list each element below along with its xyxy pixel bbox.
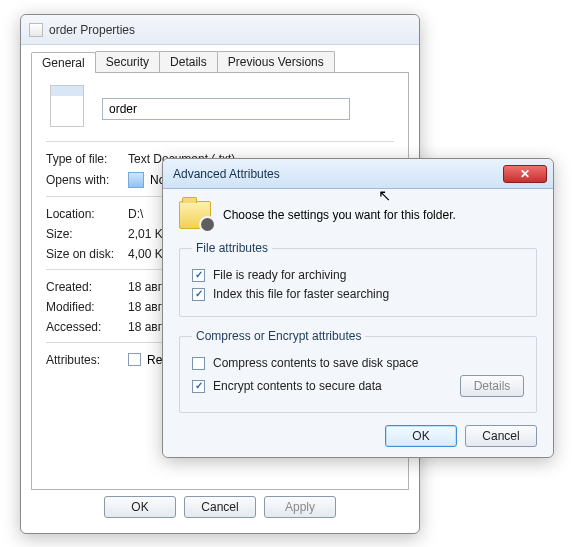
advanced-titlebar[interactable]: Advanced Attributes ✕	[163, 159, 553, 189]
ok-button[interactable]: OK	[104, 496, 176, 518]
value-location: D:\	[128, 207, 143, 221]
apply-button[interactable]: Apply	[264, 496, 336, 518]
tab-security[interactable]: Security	[95, 51, 160, 72]
properties-title: order Properties	[49, 23, 135, 37]
tab-general[interactable]: General	[31, 52, 96, 73]
filename-value: order	[109, 102, 137, 116]
close-button[interactable]: ✕	[503, 165, 547, 183]
index-label: Index this file for faster searching	[213, 287, 389, 301]
label-created: Created:	[46, 280, 128, 294]
compress-checkbox-row[interactable]: Compress contents to save disk space	[192, 356, 524, 370]
properties-button-row: OK Cancel Apply	[31, 496, 409, 518]
properties-titlebar[interactable]: order Properties	[21, 15, 419, 45]
tab-details[interactable]: Details	[159, 51, 218, 72]
readonly-checkbox[interactable]	[128, 353, 141, 366]
label-opens-with: Opens with:	[46, 173, 128, 187]
label-location: Location:	[46, 207, 128, 221]
archive-label: File is ready for archiving	[213, 268, 346, 282]
encrypt-checkbox-row[interactable]: Encrypt contents to secure data Details	[192, 375, 524, 397]
advanced-button-row: OK Cancel	[179, 425, 537, 447]
label-modified: Modified:	[46, 300, 128, 314]
advanced-cancel-button[interactable]: Cancel	[465, 425, 537, 447]
compress-encrypt-group: Compress or Encrypt attributes Compress …	[179, 329, 537, 413]
filename-input[interactable]: order	[102, 98, 350, 120]
encrypt-checkbox[interactable]	[192, 380, 205, 393]
advanced-attributes-dialog: Advanced Attributes ✕ Choose the setting…	[162, 158, 554, 458]
label-size: Size:	[46, 227, 128, 241]
index-checkbox[interactable]	[192, 288, 205, 301]
notepad-icon	[128, 172, 144, 188]
index-checkbox-row[interactable]: Index this file for faster searching	[192, 287, 524, 301]
close-icon: ✕	[520, 167, 530, 181]
file-icon	[29, 23, 43, 37]
cancel-button[interactable]: Cancel	[184, 496, 256, 518]
file-attributes-group: File attributes File is ready for archiv…	[179, 241, 537, 317]
label-attributes: Attributes:	[46, 353, 128, 367]
archive-checkbox[interactable]	[192, 269, 205, 282]
properties-tabs: General Security Details Previous Versio…	[31, 51, 409, 72]
opens-with-value: No	[128, 172, 165, 188]
advanced-ok-button[interactable]: OK	[385, 425, 457, 447]
compress-encrypt-legend: Compress or Encrypt attributes	[192, 329, 365, 343]
folder-settings-icon	[179, 201, 211, 229]
file-attributes-legend: File attributes	[192, 241, 272, 255]
label-size-on-disk: Size on disk:	[46, 247, 128, 261]
document-icon	[50, 85, 84, 127]
advanced-prompt: Choose the settings you want for this fo…	[223, 208, 456, 222]
archive-checkbox-row[interactable]: File is ready for archiving	[192, 268, 524, 282]
advanced-title: Advanced Attributes	[173, 167, 280, 181]
details-button[interactable]: Details	[460, 375, 524, 397]
encrypt-label: Encrypt contents to secure data	[213, 379, 382, 393]
tab-previous-versions[interactable]: Previous Versions	[217, 51, 335, 72]
label-type: Type of file:	[46, 152, 128, 166]
compress-checkbox[interactable]	[192, 357, 205, 370]
label-accessed: Accessed:	[46, 320, 128, 334]
compress-label: Compress contents to save disk space	[213, 356, 418, 370]
gear-icon	[201, 218, 214, 231]
